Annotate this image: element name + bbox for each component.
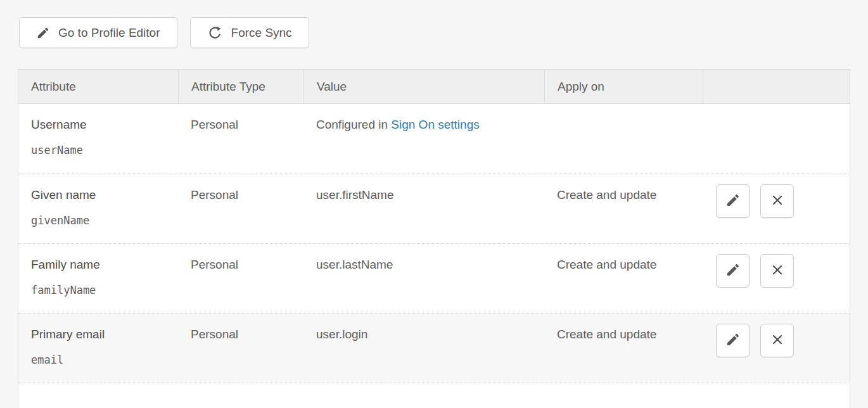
remove-attribute-button[interactable] — [760, 184, 794, 218]
actions-cell — [703, 104, 850, 174]
attribute-variable: userName — [31, 144, 168, 156]
column-header-apply-on: Apply on — [544, 70, 703, 103]
pencil-icon — [36, 26, 50, 40]
attribute-label: Given name — [31, 188, 168, 202]
attribute-cell: Family name familyName — [18, 244, 178, 313]
x-icon — [770, 193, 785, 210]
pencil-icon — [725, 332, 741, 349]
attribute-variable: givenName — [31, 214, 168, 227]
toolbar: Go to Profile Editor Force Sync — [19, 17, 850, 48]
column-header-attribute: Attribute — [18, 70, 178, 103]
attribute-type-cell: Personal — [178, 244, 303, 313]
remove-attribute-button[interactable] — [760, 324, 794, 357]
pencil-icon — [725, 193, 741, 210]
attribute-type-cell: Personal — [178, 314, 303, 383]
column-header-actions — [703, 70, 850, 103]
attribute-cell: Primary email email — [18, 314, 178, 383]
go-to-profile-editor-button[interactable]: Go to Profile Editor — [19, 17, 177, 48]
apply-on-cell — [544, 104, 703, 174]
attribute-mapping-table: Attribute Attribute Type Value Apply on … — [18, 69, 850, 408]
go-to-profile-editor-label: Go to Profile Editor — [58, 26, 160, 40]
table-header: Attribute Attribute Type Value Apply on — [18, 70, 850, 104]
attribute-cell: Given name givenName — [18, 174, 178, 243]
attribute-type-cell: Personal — [178, 174, 303, 243]
actions-cell — [703, 174, 850, 243]
column-header-attribute-type: Attribute Type — [178, 70, 303, 103]
value-cell: user.lastName — [303, 244, 544, 313]
force-sync-button[interactable]: Force Sync — [190, 17, 309, 48]
remove-attribute-button[interactable] — [760, 254, 794, 288]
force-sync-label: Force Sync — [231, 26, 292, 40]
value-cell: Configured in Sign On settings — [303, 104, 544, 174]
table-row-given-name: Given name givenName Personal user.first… — [18, 174, 850, 243]
edit-attribute-button[interactable] — [716, 324, 750, 357]
attribute-label: Primary email — [31, 328, 168, 341]
actions-cell — [703, 314, 850, 383]
edit-attribute-button[interactable] — [716, 254, 750, 288]
page: Go to Profile Editor Force Sync Attribut… — [0, 0, 868, 408]
apply-on-cell: Create and update — [544, 314, 703, 383]
column-header-value: Value — [303, 70, 544, 103]
x-icon — [770, 262, 785, 279]
x-icon — [770, 332, 785, 349]
attribute-cell: Username userName — [18, 104, 178, 174]
attribute-variable: email — [31, 354, 168, 366]
value-cell: user.firstName — [303, 174, 544, 243]
table-row-family-name: Family name familyName Personal user.las… — [18, 243, 850, 313]
edit-attribute-button[interactable] — [716, 184, 750, 218]
table-row-partial — [18, 383, 850, 408]
apply-on-cell: Create and update — [544, 174, 703, 243]
apply-on-cell: Create and update — [544, 244, 703, 313]
attribute-label: Family name — [31, 258, 168, 272]
value-text: Configured in — [316, 118, 391, 131]
table-row-username: Username userName Personal Configured in… — [18, 104, 850, 174]
sign-on-settings-link[interactable]: Sign On settings — [391, 118, 479, 131]
attribute-variable: familyName — [31, 284, 168, 296]
refresh-icon — [207, 25, 223, 41]
attribute-label: Username — [31, 118, 168, 132]
attribute-type-cell: Personal — [178, 104, 303, 174]
pencil-icon — [725, 262, 741, 279]
value-cell: user.login — [303, 314, 544, 383]
actions-cell — [703, 244, 850, 313]
table-row-primary-email: Primary email email Personal user.login … — [18, 313, 850, 383]
